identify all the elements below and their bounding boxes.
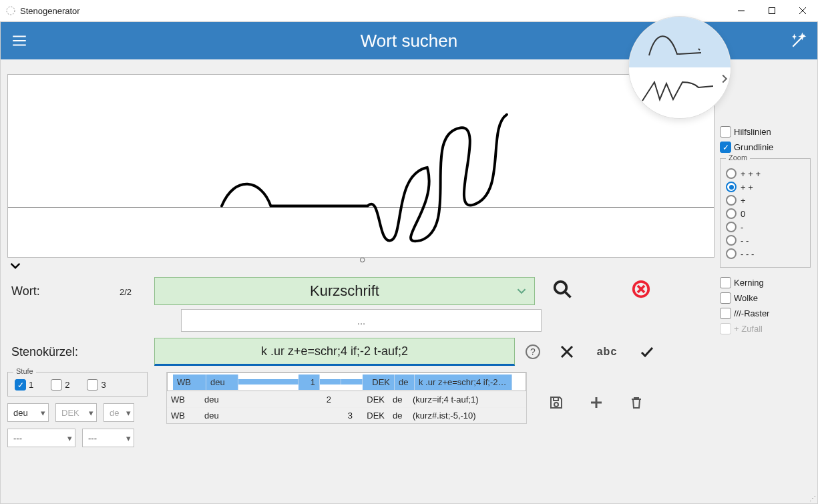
zoom-group: Zoom + + + + + + 0 - - - - - -: [720, 158, 811, 268]
results-table[interactable]: WB deu 1 DEK de k .ur z+e=schr;4 if;-2 t…: [166, 372, 527, 424]
chevron-right-icon[interactable]: [720, 74, 729, 85]
hamburger-menu[interactable]: [1, 22, 38, 59]
extra-select-2[interactable]: ---▾: [82, 429, 134, 447]
extra-select-1[interactable]: ---▾: [7, 429, 75, 447]
zoom-opt-1[interactable]: + +: [726, 182, 805, 192]
svg-point-5: [555, 282, 567, 294]
system-select[interactable]: DEK▾: [55, 403, 97, 422]
grundlinie-checkbox[interactable]: Grundlinie: [720, 142, 811, 153]
confirm-icon[interactable]: [631, 336, 663, 368]
zufall-checkbox[interactable]: + Zufall: [720, 323, 811, 334]
window-close[interactable]: [787, 0, 818, 21]
resize-grip[interactable]: ⋰: [809, 495, 816, 502]
chevron-down-icon[interactable]: [10, 260, 21, 273]
search-button[interactable]: [546, 273, 578, 305]
svg-point-0: [7, 7, 15, 15]
hilfslinien-checkbox[interactable]: Hilfslinien: [720, 126, 811, 138]
kuerzel-label: Stenokürzel:: [11, 345, 78, 359]
stufe-legend: Stufe: [13, 367, 36, 375]
zoom-opt-6[interactable]: - - -: [726, 248, 805, 259]
wort-label: Wort:: [11, 284, 40, 298]
window-title: Stenogenerator: [20, 6, 80, 16]
kuerzel-input[interactable]: k .ur z+e=schr;4 if;-2 t-auf;2: [154, 338, 515, 366]
zoom-opt-0[interactable]: + + +: [726, 168, 805, 179]
window-maximize[interactable]: [757, 0, 787, 21]
chevron-down-icon: [517, 282, 526, 300]
svg-point-9: [554, 403, 558, 407]
wolke-checkbox[interactable]: Wolke: [720, 292, 811, 304]
zoom-opt-2[interactable]: +: [726, 195, 805, 206]
cancel-icon[interactable]: [551, 336, 583, 368]
wort-count: 2/2: [120, 287, 132, 297]
lang-select[interactable]: deu▾: [7, 403, 49, 422]
zoom-opt-4[interactable]: -: [726, 222, 805, 232]
shorthand-preview[interactable]: [629, 17, 731, 118]
svg-line-6: [565, 292, 571, 298]
help-icon[interactable]: ?: [526, 344, 540, 359]
locale-select[interactable]: de▾: [104, 403, 134, 422]
svg-rect-2: [769, 8, 775, 14]
clear-button[interactable]: [625, 273, 657, 305]
kerning-checkbox[interactable]: Kerning: [720, 277, 811, 288]
magic-wand-icon[interactable]: [780, 22, 817, 59]
table-row[interactable]: WB deu 3 DEK de (kurz#.ist;-5,-10): [167, 407, 526, 423]
app-header: Wort suchen: [1, 22, 817, 59]
titlebar: Stenogenerator: [0, 0, 818, 21]
stufe-3-checkbox[interactable]: 3: [87, 379, 106, 391]
table-row[interactable]: WB deu 1 DEK de k .ur z+e=schr;4 if;-2 t…: [167, 372, 526, 391]
table-row[interactable]: WB deu 2 DEK de (kurz=if;4 t-auf;1): [167, 391, 526, 407]
text-mode-icon[interactable]: abc: [591, 336, 623, 368]
wort-combo[interactable]: Kurzschrift: [154, 277, 535, 305]
delete-icon[interactable]: [620, 387, 652, 419]
wort-more-button[interactable]: ...: [181, 309, 542, 332]
zoom-opt-5[interactable]: - -: [726, 235, 805, 246]
svg-rect-8: [554, 397, 558, 401]
stufe-group: Stufe 1 2 3: [7, 372, 148, 397]
zoom-opt-3[interactable]: 0: [726, 208, 805, 219]
stufe-2-checkbox[interactable]: 2: [51, 379, 69, 391]
add-icon[interactable]: [580, 387, 612, 419]
window-minimize[interactable]: [726, 0, 757, 21]
raster-checkbox[interactable]: ///-Raster: [720, 308, 811, 319]
save-icon[interactable]: [540, 387, 572, 419]
stufe-1-checkbox[interactable]: 1: [15, 379, 33, 391]
shorthand-canvas[interactable]: [7, 74, 714, 258]
app-icon: [5, 5, 16, 16]
